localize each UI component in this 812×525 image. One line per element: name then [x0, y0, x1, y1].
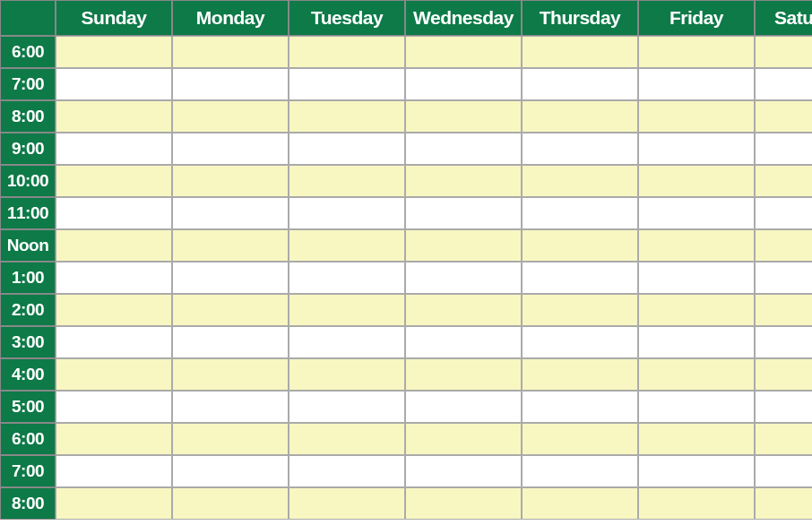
- schedule-cell[interactable]: [289, 68, 405, 100]
- schedule-cell[interactable]: [638, 165, 755, 197]
- schedule-cell[interactable]: [56, 229, 172, 262]
- schedule-cell[interactable]: [172, 455, 289, 487]
- schedule-cell[interactable]: [405, 455, 522, 487]
- schedule-cell[interactable]: [289, 455, 405, 487]
- schedule-cell[interactable]: [522, 294, 638, 326]
- schedule-cell[interactable]: [405, 487, 522, 520]
- schedule-cell[interactable]: [56, 358, 172, 391]
- schedule-cell[interactable]: [638, 391, 755, 423]
- schedule-cell[interactable]: [405, 326, 522, 358]
- schedule-cell[interactable]: [56, 455, 172, 487]
- schedule-cell[interactable]: [522, 165, 638, 197]
- schedule-cell[interactable]: [522, 197, 638, 229]
- schedule-cell[interactable]: [56, 165, 172, 197]
- schedule-cell[interactable]: [405, 229, 522, 262]
- schedule-cell[interactable]: [289, 165, 405, 197]
- schedule-cell[interactable]: [638, 133, 755, 165]
- schedule-cell[interactable]: [172, 487, 289, 520]
- schedule-cell[interactable]: [522, 68, 638, 100]
- schedule-cell[interactable]: [405, 391, 522, 423]
- schedule-cell[interactable]: [405, 68, 522, 100]
- schedule-cell[interactable]: [405, 358, 522, 391]
- schedule-cell[interactable]: [172, 423, 289, 455]
- schedule-cell[interactable]: [405, 197, 522, 229]
- schedule-cell[interactable]: [172, 391, 289, 423]
- schedule-cell[interactable]: [289, 36, 405, 68]
- schedule-cell[interactable]: [638, 197, 755, 229]
- schedule-cell[interactable]: [172, 100, 289, 133]
- schedule-cell[interactable]: [172, 197, 289, 229]
- schedule-cell[interactable]: [405, 165, 522, 197]
- schedule-cell[interactable]: [289, 326, 405, 358]
- schedule-cell[interactable]: [755, 133, 812, 165]
- schedule-cell[interactable]: [56, 391, 172, 423]
- schedule-cell[interactable]: [522, 358, 638, 391]
- schedule-cell[interactable]: [522, 36, 638, 68]
- schedule-cell[interactable]: [56, 197, 172, 229]
- schedule-cell[interactable]: [755, 326, 812, 358]
- schedule-cell[interactable]: [638, 294, 755, 326]
- schedule-cell[interactable]: [56, 68, 172, 100]
- schedule-cell[interactable]: [638, 487, 755, 520]
- schedule-cell[interactable]: [56, 36, 172, 68]
- schedule-cell[interactable]: [405, 100, 522, 133]
- schedule-cell[interactable]: [755, 229, 812, 262]
- schedule-cell[interactable]: [289, 100, 405, 133]
- schedule-cell[interactable]: [405, 262, 522, 294]
- schedule-cell[interactable]: [56, 262, 172, 294]
- schedule-cell[interactable]: [522, 391, 638, 423]
- schedule-cell[interactable]: [172, 133, 289, 165]
- schedule-cell[interactable]: [638, 229, 755, 262]
- schedule-cell[interactable]: [522, 262, 638, 294]
- schedule-cell[interactable]: [289, 229, 405, 262]
- schedule-cell[interactable]: [755, 262, 812, 294]
- schedule-cell[interactable]: [172, 262, 289, 294]
- schedule-cell[interactable]: [638, 262, 755, 294]
- schedule-cell[interactable]: [522, 133, 638, 165]
- schedule-cell[interactable]: [755, 36, 812, 68]
- schedule-cell[interactable]: [56, 100, 172, 133]
- schedule-cell[interactable]: [56, 487, 172, 520]
- schedule-cell[interactable]: [56, 423, 172, 455]
- schedule-cell[interactable]: [289, 197, 405, 229]
- schedule-cell[interactable]: [755, 294, 812, 326]
- schedule-cell[interactable]: [638, 455, 755, 487]
- schedule-cell[interactable]: [172, 326, 289, 358]
- schedule-cell[interactable]: [56, 294, 172, 326]
- schedule-cell[interactable]: [755, 100, 812, 133]
- schedule-cell[interactable]: [638, 100, 755, 133]
- schedule-cell[interactable]: [289, 487, 405, 520]
- schedule-cell[interactable]: [172, 68, 289, 100]
- schedule-cell[interactable]: [289, 423, 405, 455]
- schedule-cell[interactable]: [172, 36, 289, 68]
- schedule-cell[interactable]: [405, 36, 522, 68]
- schedule-cell[interactable]: [289, 294, 405, 326]
- schedule-cell[interactable]: [522, 229, 638, 262]
- schedule-cell[interactable]: [755, 391, 812, 423]
- schedule-cell[interactable]: [522, 326, 638, 358]
- schedule-cell[interactable]: [638, 36, 755, 68]
- schedule-cell[interactable]: [405, 133, 522, 165]
- schedule-cell[interactable]: [755, 423, 812, 455]
- schedule-cell[interactable]: [405, 423, 522, 455]
- schedule-cell[interactable]: [638, 358, 755, 391]
- schedule-cell[interactable]: [522, 100, 638, 133]
- schedule-cell[interactable]: [755, 68, 812, 100]
- schedule-cell[interactable]: [289, 262, 405, 294]
- schedule-cell[interactable]: [755, 197, 812, 229]
- schedule-cell[interactable]: [755, 487, 812, 520]
- schedule-cell[interactable]: [522, 455, 638, 487]
- schedule-cell[interactable]: [755, 455, 812, 487]
- schedule-cell[interactable]: [172, 294, 289, 326]
- schedule-cell[interactable]: [522, 423, 638, 455]
- schedule-cell[interactable]: [755, 358, 812, 391]
- schedule-cell[interactable]: [289, 391, 405, 423]
- schedule-cell[interactable]: [405, 294, 522, 326]
- schedule-cell[interactable]: [638, 326, 755, 358]
- schedule-cell[interactable]: [289, 358, 405, 391]
- schedule-cell[interactable]: [522, 487, 638, 520]
- schedule-cell[interactable]: [172, 229, 289, 262]
- schedule-cell[interactable]: [172, 358, 289, 391]
- schedule-cell[interactable]: [638, 68, 755, 100]
- schedule-cell[interactable]: [638, 423, 755, 455]
